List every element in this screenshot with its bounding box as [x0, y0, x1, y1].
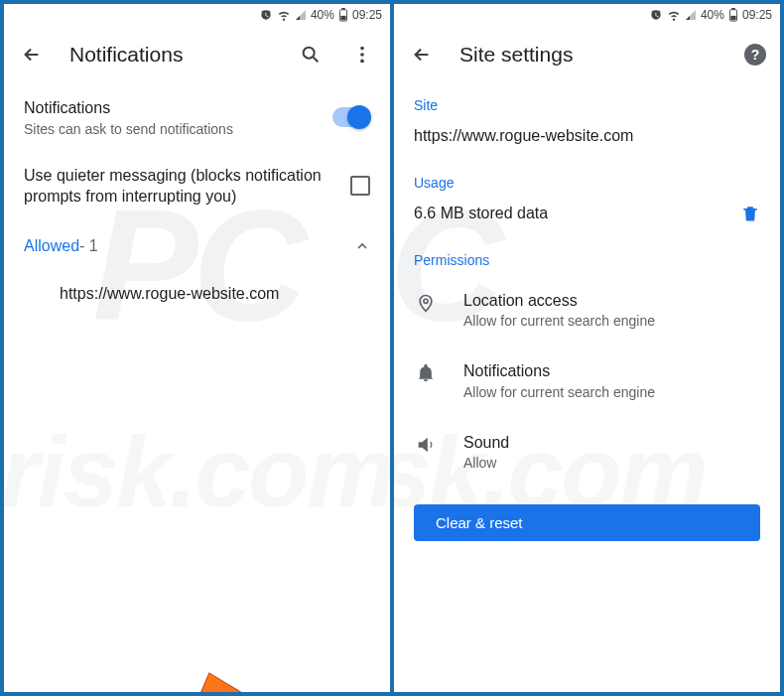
back-button[interactable]	[408, 41, 436, 69]
annotation-arrow-left	[183, 664, 272, 692]
perm-location[interactable]: Location access Allow for current search…	[394, 274, 780, 346]
signal-icon	[295, 9, 307, 21]
battery-pct: 40%	[701, 8, 724, 22]
page-title: Notifications	[69, 43, 273, 67]
svg-point-10	[424, 299, 428, 303]
perm-sound[interactable]: Sound Allow	[394, 416, 780, 487]
alarm-icon	[259, 8, 273, 22]
svg-rect-2	[340, 16, 345, 20]
more-button[interactable]	[348, 41, 376, 69]
clear-reset-button[interactable]: Clear & reset	[414, 504, 760, 541]
wifi-icon	[667, 8, 681, 22]
delete-button[interactable]	[740, 203, 760, 224]
chevron-up-icon	[354, 238, 370, 254]
svg-point-4	[360, 47, 364, 51]
battery-pct: 40%	[311, 8, 334, 22]
bell-icon	[414, 360, 438, 384]
search-button[interactable]	[297, 41, 325, 69]
section-usage: Usage	[394, 161, 780, 197]
sound-icon	[414, 432, 438, 456]
allowed-label: Allowed	[24, 237, 79, 255]
battery-icon	[338, 8, 348, 22]
app-bar: Site settings ?	[394, 26, 780, 83]
status-bar: 40% 09:25	[394, 4, 780, 26]
perm-location-title: Location access	[463, 290, 760, 312]
site-url: https://www.rogue-website.com	[414, 125, 633, 147]
perm-location-sub: Allow for current search engine	[463, 313, 760, 329]
battery-icon	[728, 8, 738, 22]
clock-text: 09:25	[742, 8, 772, 22]
clock-text: 09:25	[352, 8, 382, 22]
svg-point-3	[304, 48, 315, 59]
app-bar: Notifications	[4, 26, 390, 83]
notifications-toggle-row[interactable]: Notifications Sites can ask to send noti…	[4, 83, 390, 151]
location-icon	[414, 290, 438, 314]
quieter-text: Use quieter messaging (blocks notificati…	[24, 165, 334, 208]
stored-data-row[interactable]: 6.6 MB stored data	[394, 197, 780, 238]
svg-rect-8	[731, 8, 735, 10]
stored-data: 6.6 MB stored data	[414, 203, 724, 224]
perm-sound-sub: Allow	[463, 455, 760, 471]
perm-notifications[interactable]: Notifications Allow for current search e…	[394, 345, 780, 416]
status-bar: 40% 09:25	[4, 4, 390, 26]
notif-sub: Sites can ask to send notifications	[24, 121, 317, 137]
perm-notif-title: Notifications	[463, 360, 760, 382]
svg-point-6	[360, 60, 364, 64]
help-button[interactable]: ?	[744, 44, 766, 66]
notifications-screen: PC risk.com 40% 09:25 Notifications No	[4, 4, 390, 692]
site-settings-screen: PC risk.com 40% 09:25 Site settings ? Si…	[394, 4, 780, 692]
perm-notif-sub: Allow for current search engine	[463, 384, 760, 400]
perm-sound-title: Sound	[463, 432, 760, 454]
alarm-icon	[649, 8, 663, 22]
back-button[interactable]	[18, 41, 46, 69]
notifications-toggle[interactable]	[332, 107, 370, 127]
site-url-row: https://www.rogue-website.com	[394, 119, 780, 161]
svg-rect-9	[730, 16, 735, 20]
quieter-checkbox[interactable]	[350, 176, 370, 196]
svg-point-5	[360, 53, 364, 57]
watermark-risk: risk.com	[4, 415, 390, 529]
allowed-section-header[interactable]: Allowed - 1	[4, 221, 390, 271]
allowed-site-item[interactable]: https://www.rogue-website.com	[4, 271, 390, 317]
section-permissions: Permissions	[394, 238, 780, 274]
section-site: Site	[394, 83, 780, 119]
svg-rect-1	[341, 8, 345, 10]
page-title: Site settings	[459, 43, 720, 67]
allowed-count: - 1	[79, 237, 98, 255]
notif-title: Notifications	[24, 97, 317, 119]
signal-icon	[685, 9, 697, 21]
wifi-icon	[277, 8, 291, 22]
quieter-row[interactable]: Use quieter messaging (blocks notificati…	[4, 151, 390, 221]
